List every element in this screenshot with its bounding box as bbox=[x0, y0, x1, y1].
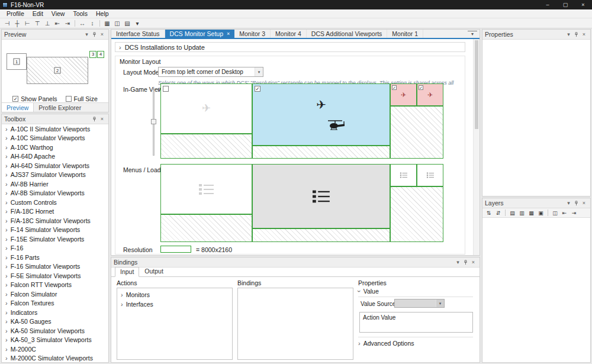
panel-menu-icon[interactable]: ▾ bbox=[454, 259, 462, 266]
pin-icon[interactable] bbox=[572, 199, 580, 207]
toolbox-item[interactable]: ›KA-50 Simulator Viewports bbox=[2, 326, 108, 336]
preview-monitor-4[interactable]: 4 bbox=[97, 51, 104, 58]
menus-monitor-left[interactable] bbox=[160, 164, 252, 214]
toolbox-item[interactable]: ›F-16 bbox=[2, 244, 108, 253]
toolbox-item[interactable]: ›A-10C Simulator Viewports bbox=[2, 134, 108, 143]
tab-profile-explorer[interactable]: Profile Explorer bbox=[34, 103, 86, 112]
toolbox-item[interactable]: ›F/A-18C Simulator Viewports bbox=[2, 216, 108, 226]
close-icon[interactable]: × bbox=[580, 31, 588, 38]
tab-interface-status[interactable]: Interface Status bbox=[111, 30, 165, 38]
toolbox-item[interactable]: ›Falcon Textures bbox=[2, 299, 108, 308]
menu-edit[interactable]: Edit bbox=[28, 10, 47, 17]
close-icon[interactable]: × bbox=[98, 115, 106, 123]
title-bar[interactable]: F16-Non-VR – ▢ × bbox=[0, 0, 592, 9]
menu-help[interactable]: Help bbox=[92, 10, 113, 17]
layout-mode-combobox[interactable]: From top left corner of Desktop ▾ bbox=[158, 67, 263, 77]
toolbox-item[interactable]: ›F/A-18C Hornet bbox=[2, 207, 108, 217]
close-icon[interactable]: × bbox=[469, 259, 477, 266]
toolbox-item[interactable]: ›M-2000C bbox=[2, 344, 108, 354]
split-view-icon[interactable]: ◫ bbox=[112, 19, 122, 27]
in-game-monitor-left[interactable]: ✈ bbox=[160, 83, 252, 134]
toolbox-item[interactable]: ›Falcon RTT Viewports bbox=[2, 281, 108, 290]
document-scrollbar[interactable] bbox=[473, 39, 480, 255]
bring-forward-icon[interactable]: ▤ bbox=[508, 209, 517, 217]
toolbox-item[interactable]: ›F-14 Simulator Viewports bbox=[2, 226, 108, 235]
send-backward-icon[interactable]: ▥ bbox=[517, 209, 526, 217]
toolbox-item[interactable]: ›F-5E Simulator Viewports bbox=[2, 271, 108, 281]
distribute-right-icon[interactable]: ⇥ bbox=[63, 19, 72, 27]
pin-icon[interactable] bbox=[91, 115, 98, 123]
value-expander[interactable]: › Value bbox=[358, 288, 379, 295]
toolbox-item[interactable]: ›Custom Controls bbox=[2, 198, 108, 207]
toolbox-item[interactable]: ›AV-8B Harrier bbox=[2, 179, 108, 189]
monitor-checkbox[interactable]: ✓ bbox=[392, 85, 397, 90]
panel-menu-icon[interactable]: ▾ bbox=[565, 31, 572, 38]
distribute-left-icon[interactable]: ⇤ bbox=[53, 19, 62, 27]
sort-ascending-icon[interactable]: ⇅ bbox=[484, 209, 493, 217]
collapse-right-icon[interactable]: ⇥ bbox=[570, 209, 578, 217]
panel-menu-icon[interactable]: ▾ bbox=[83, 31, 91, 38]
send-to-back-icon[interactable]: ▣ bbox=[536, 209, 545, 217]
toolbox-item[interactable]: ›Falcon Simulator bbox=[2, 289, 108, 299]
menu-profile[interactable]: Profile bbox=[2, 10, 28, 17]
preview-monitor-2[interactable]: 2 bbox=[27, 57, 88, 84]
close-button[interactable]: × bbox=[574, 0, 592, 9]
tree-item-interfaces[interactable]: › Interfaces bbox=[117, 299, 232, 309]
advanced-options-expander[interactable]: › Advanced Options bbox=[358, 340, 414, 347]
toolbox-item[interactable]: ›A-10C II Simulator Viewports bbox=[2, 124, 108, 134]
actions-tree[interactable]: › Monitors › Interfaces bbox=[117, 288, 233, 360]
zoom-slider[interactable] bbox=[153, 89, 155, 156]
toolbox-item[interactable]: ›KA-50 Gauges bbox=[2, 317, 108, 327]
menu-tools[interactable]: Tools bbox=[69, 10, 92, 17]
preview-monitor-1[interactable]: 1 bbox=[7, 53, 27, 70]
layers-panel-header[interactable]: Layers ▾ × bbox=[482, 198, 590, 208]
tab-input[interactable]: Input bbox=[115, 267, 139, 277]
grid-icon[interactable]: ▦ bbox=[102, 19, 112, 27]
toolbox-panel-header[interactable]: Toolbox × bbox=[2, 114, 108, 124]
checkbox-icon[interactable] bbox=[66, 96, 72, 102]
minimize-button[interactable]: – bbox=[539, 0, 556, 9]
show-panels-checkbox[interactable]: ✓ Show Panels bbox=[12, 95, 57, 102]
toolbox-item[interactable]: ›KA-50_3 Simulator Viewports bbox=[2, 336, 108, 345]
preview-monitor-3[interactable]: 3 bbox=[89, 51, 96, 58]
menus-monitor-center[interactable] bbox=[252, 164, 390, 228]
toolbox-item[interactable]: ›AJS37 Simulator Viewports bbox=[2, 170, 108, 180]
monitor-checkbox[interactable]: ✓ bbox=[419, 85, 423, 90]
in-game-monitor-top-right-1[interactable]: ✓ ✈ bbox=[390, 83, 417, 106]
monitor-checkbox[interactable] bbox=[163, 86, 169, 92]
tab-close-icon[interactable]: × bbox=[227, 31, 230, 37]
menus-monitor-top-right-2[interactable] bbox=[417, 164, 443, 186]
collapse-left-icon[interactable]: ⇤ bbox=[560, 209, 569, 217]
bring-to-front-icon[interactable]: ▦ bbox=[527, 209, 536, 217]
toolbox-item[interactable]: ›AH-64D Simulator Viewports bbox=[2, 161, 108, 170]
panel-menu-icon[interactable]: ▾ bbox=[565, 199, 572, 207]
preview-panel-header[interactable]: Preview ▾ × bbox=[2, 30, 108, 40]
toolbox-item[interactable]: ›AH-64D Apache bbox=[2, 152, 108, 162]
pin-icon[interactable] bbox=[572, 31, 580, 38]
toolbox-item[interactable]: ›A-10C Warthog bbox=[2, 143, 108, 152]
align-center-icon[interactable]: ┼ bbox=[12, 19, 22, 27]
monitor-checkbox[interactable]: ✓ bbox=[255, 86, 260, 92]
zoom-slider-thumb[interactable] bbox=[151, 119, 156, 124]
size-width-icon[interactable]: ↔ bbox=[78, 19, 87, 27]
layout-icon[interactable]: ▤ bbox=[123, 19, 132, 27]
align-right-icon[interactable]: ⊢ bbox=[22, 19, 32, 27]
pin-icon[interactable] bbox=[462, 259, 469, 266]
maximize-button[interactable]: ▢ bbox=[556, 0, 574, 9]
properties-panel-header[interactable]: Properties ▾ × bbox=[482, 30, 590, 40]
toolbox-item[interactable]: ›M-2000C Simulator Viewports bbox=[2, 354, 108, 363]
tab-preview[interactable]: Preview bbox=[2, 103, 34, 112]
toolbox-item[interactable]: ›AV-8B Simulator Viewports bbox=[2, 189, 108, 198]
dropdown-icon[interactable]: ▾ bbox=[133, 19, 142, 27]
tab-dcs-monitor-setup[interactable]: DCS Monitor Setup × bbox=[165, 30, 235, 38]
pin-icon[interactable] bbox=[91, 31, 98, 38]
tree-item-monitors[interactable]: › Monitors bbox=[117, 290, 232, 299]
align-left-icon[interactable]: ⊣ bbox=[2, 19, 12, 27]
tab-monitor-3[interactable]: Monitor 3 bbox=[234, 30, 271, 38]
scrollbar-thumb[interactable] bbox=[475, 40, 478, 129]
in-game-monitor-center[interactable]: ✓ ✈ bbox=[252, 83, 390, 146]
toolbox-item[interactable]: ›F-16 Simulator Viewports bbox=[2, 262, 108, 272]
menu-view[interactable]: View bbox=[47, 10, 69, 17]
align-bottom-icon[interactable]: ⊥ bbox=[43, 19, 52, 27]
size-height-icon[interactable]: ↕ bbox=[88, 19, 97, 27]
